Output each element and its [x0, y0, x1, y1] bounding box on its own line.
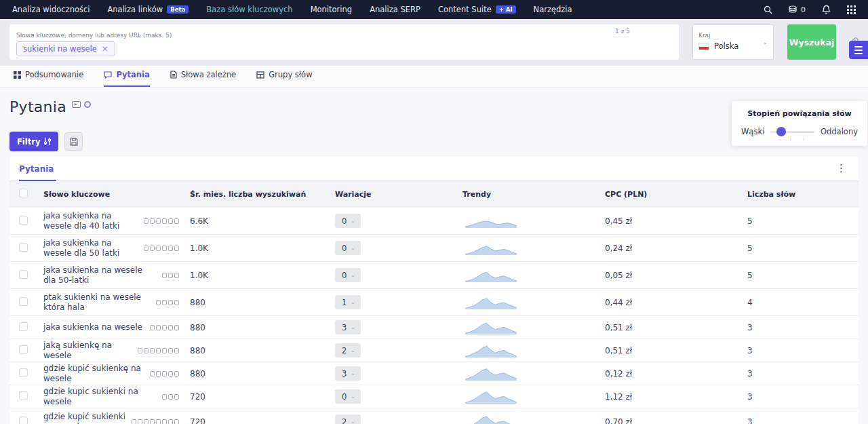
question-bubble-icon — [104, 71, 112, 79]
table-row: jaką sukienkę na wesele 880 2⌄ 0,51 zł 3 — [9, 339, 859, 362]
serp-feature-icon — [174, 300, 179, 305]
row-checkbox[interactable] — [19, 216, 28, 225]
trend-sparkline — [462, 344, 605, 358]
chevron-down-icon: ⌄ — [351, 324, 355, 330]
nav-label: Content Suite — [438, 5, 492, 14]
cpc-value: 1,12 zł — [605, 392, 747, 402]
nav-label: Baza słów kluczowych — [206, 5, 292, 14]
variations-dropdown[interactable]: 0⌄ — [335, 214, 361, 228]
row-checkbox[interactable] — [19, 345, 28, 354]
row-checkbox[interactable] — [19, 322, 28, 331]
ai-badge: + AI — [496, 5, 516, 14]
col-variations[interactable]: Wariacje — [335, 190, 462, 199]
keyword-text[interactable]: gdzie kupic sukienki na wesele — [43, 387, 158, 407]
variations-dropdown[interactable]: 1⌄ — [335, 295, 361, 309]
serp-feature-icon — [156, 246, 161, 251]
serp-feature-icons — [138, 348, 179, 353]
word-count-value: 3 — [747, 369, 859, 379]
word-count-value: 3 — [747, 323, 859, 332]
search-icon[interactable] — [764, 5, 772, 14]
credits-counter[interactable]: 0 — [789, 5, 806, 14]
serp-feature-icon — [168, 273, 173, 278]
variations-dropdown[interactable]: 2⌄ — [335, 343, 361, 358]
serp-feature-icon — [162, 273, 167, 278]
volume-value: 720 — [190, 392, 335, 402]
trend-sparkline — [462, 269, 605, 282]
volume-value: 880 — [190, 346, 335, 355]
col-volume[interactable]: Śr. mies. liczba wyszukiwań — [190, 190, 335, 199]
nav-monitoring[interactable]: Monitoring — [311, 5, 353, 14]
row-checkbox[interactable] — [19, 368, 28, 377]
nav-analiza-serp[interactable]: Analiza SERP — [370, 5, 420, 14]
filters-label: Filtry — [17, 137, 40, 147]
serp-feature-icon — [150, 348, 155, 353]
table-row: gdzie kupić sukienki na wesele 720 2⌄ 0,… — [9, 408, 859, 424]
notifications-bell-icon[interactable] — [822, 5, 831, 14]
video-tutorial-icon[interactable] — [72, 101, 81, 108]
row-checkbox[interactable] — [19, 270, 28, 279]
remove-keyword-icon[interactable]: × — [102, 44, 108, 54]
nav-content-suite[interactable]: Content Suite+ AI — [438, 5, 516, 14]
serp-feature-icon — [168, 348, 173, 353]
filters-button[interactable]: Filtry — [9, 132, 58, 151]
tab-pytania[interactable]: Pytania — [104, 70, 149, 87]
row-checkbox[interactable] — [19, 391, 28, 400]
keyword-text[interactable]: jaką sukienkę na wesele — [43, 341, 134, 361]
col-cpc[interactable]: CPC (PLN) — [605, 190, 747, 199]
relatedness-slider[interactable] — [770, 127, 814, 136]
nav-analiza-widocznosci[interactable]: Analiza widoczności — [12, 5, 90, 14]
info-icon[interactable] — [84, 101, 91, 108]
table-options-kebab-icon[interactable]: ⋮ — [836, 162, 846, 174]
variations-dropdown[interactable]: 0⌄ — [335, 241, 361, 255]
variations-dropdown[interactable]: 3⌄ — [335, 366, 361, 381]
keyword-text[interactable]: gdzie kupić sukienki na wesele — [43, 412, 127, 424]
col-trends[interactable]: Trendy — [462, 190, 605, 199]
variations-dropdown[interactable]: 0⌄ — [335, 268, 361, 282]
keyword-text[interactable]: jaka sukienka na wesele dla 50-latki — [43, 265, 153, 286]
word-groups-icon — [256, 71, 264, 79]
serp-feature-icons — [150, 371, 179, 377]
save-filter-button[interactable] — [64, 132, 83, 151]
cpc-value: 0,70 zł — [605, 417, 747, 424]
table-tab-pytania[interactable]: Pytania — [19, 157, 56, 181]
variations-dropdown[interactable]: 2⌄ — [335, 415, 361, 424]
row-checkbox[interactable] — [19, 417, 28, 424]
country-select[interactable]: Kraj Polska ⌄ — [692, 24, 774, 60]
row-checkbox[interactable] — [19, 297, 28, 306]
serp-feature-icon — [168, 371, 173, 377]
variations-dropdown[interactable]: 3⌄ — [335, 320, 361, 334]
col-words[interactable]: Liczba słów — [747, 190, 859, 199]
slider-handle[interactable] — [776, 127, 786, 136]
word-count-value: 5 — [747, 244, 859, 253]
view-tabs: Podsumowanie Pytania Słowa zależne Grupy… — [0, 66, 868, 88]
serp-feature-icon — [162, 394, 167, 400]
nav-narzedzia[interactable]: Narzędzia — [534, 5, 572, 14]
select-all-checkbox[interactable] — [19, 189, 28, 197]
trend-sparkline — [462, 367, 605, 381]
volume-value: 720 — [190, 417, 335, 424]
nav-analiza-linkow[interactable]: Analiza linkówBeta — [107, 5, 189, 14]
keyword-text[interactable]: gdzie kupić sukienkę na wesele — [43, 364, 146, 384]
col-keyword[interactable]: Słowo kluczowe — [43, 190, 190, 199]
tab-podsumowanie[interactable]: Podsumowanie — [14, 70, 83, 87]
search-submit-button[interactable]: Wyszukaj — [787, 24, 836, 60]
side-menu-button[interactable] — [849, 41, 868, 59]
variations-dropdown[interactable]: 0⌄ — [335, 389, 361, 404]
keyword-search-input[interactable]: Słowa kluczowe, domeny lub adresy URL (m… — [9, 24, 679, 60]
keyword-chip[interactable]: sukienki na wesele × — [16, 41, 115, 56]
word-count-value: 3 — [747, 346, 859, 355]
tab-grupy-slow[interactable]: Grupy słów — [256, 70, 312, 87]
keyword-text[interactable]: jaka sukienka na wesele dla 50 latki — [43, 238, 140, 258]
trend-sparkline — [462, 321, 605, 334]
tab-slowa-zalezne[interactable]: Słowa zależne — [170, 70, 236, 87]
serp-feature-icon — [156, 218, 161, 224]
keyword-text[interactable]: ptak sukienki na wesele która hala — [43, 292, 152, 313]
nav-baza-slow-kluczowych[interactable]: Baza słów kluczowych — [206, 5, 292, 14]
trend-sparkline — [462, 214, 605, 228]
keyword-text[interactable]: jaka sukienka na wesele — [43, 322, 142, 332]
coins-icon — [789, 5, 798, 14]
apps-grid-icon[interactable] — [847, 5, 856, 14]
chevron-down-icon: ⌄ — [351, 370, 355, 377]
keyword-text[interactable]: jaka sukienka na wesele dla 40 latki — [43, 211, 140, 231]
row-checkbox[interactable] — [19, 243, 28, 252]
